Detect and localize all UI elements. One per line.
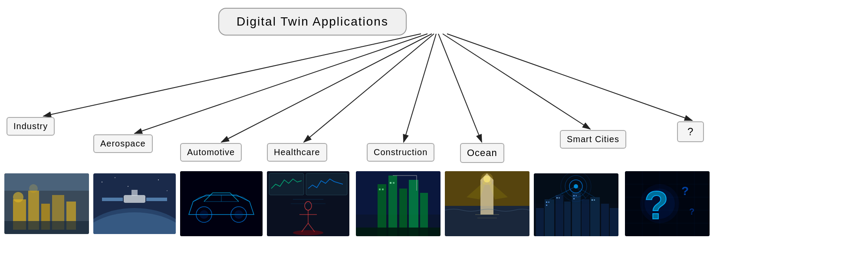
svg-rect-59 [393,182,395,184]
thumb-ocean [445,171,529,236]
svg-rect-18 [4,173,89,191]
svg-rect-82 [582,199,589,236]
branch-healthcare: Healthcare [267,143,327,162]
svg-point-37 [234,210,243,219]
thumb-aerospace [93,173,176,234]
central-node: Digital Twin Applications [218,8,407,36]
thumb-healthcare [267,171,349,236]
svg-line-3 [221,34,432,142]
branch-question: ? [677,121,704,142]
svg-rect-90 [559,197,560,198]
svg-rect-80 [564,202,571,236]
svg-point-20 [102,182,102,182]
svg-text:?: ? [644,184,668,227]
svg-rect-56 [379,189,381,190]
branch-ocean: Ocean [460,143,504,163]
svg-rect-88 [546,205,547,206]
svg-rect-84 [601,204,609,236]
svg-rect-39 [269,173,304,195]
svg-rect-58 [390,182,391,184]
svg-rect-92 [575,195,577,196]
svg-line-1 [43,34,421,116]
svg-rect-60 [356,228,441,236]
thumb-question: ? ? ? ? [625,171,710,236]
svg-rect-29 [146,198,167,201]
svg-rect-89 [556,197,558,198]
thumb-construction [356,171,441,236]
svg-rect-79 [556,195,563,236]
svg-point-36 [200,210,208,219]
branch-automotive: Automotive [180,143,242,162]
svg-line-4 [304,34,434,142]
svg-rect-93 [573,198,575,199]
svg-rect-52 [388,176,397,236]
diagram-container: Digital Twin Applications Industry Aeros… [0,0,868,257]
svg-rect-94 [592,199,593,201]
svg-rect-77 [536,208,544,236]
svg-text:?: ? [689,207,694,216]
svg-line-6 [438,34,482,142]
branch-construction: Construction [367,143,434,162]
svg-point-46 [293,230,323,235]
svg-line-5 [404,34,436,142]
svg-rect-87 [548,202,549,203]
branch-smartcities: Smart Cities [560,130,626,149]
svg-point-24 [167,190,168,191]
svg-rect-83 [590,197,600,236]
branch-industry: Industry [7,117,55,136]
svg-rect-27 [124,195,145,203]
thumb-automotive [180,171,263,236]
thumb-smartcities [534,173,618,236]
svg-rect-17 [4,221,89,234]
svg-line-7 [443,34,590,129]
svg-rect-28 [102,198,123,201]
svg-line-8 [447,34,692,120]
svg-line-2 [135,34,427,133]
svg-point-21 [115,177,115,178]
thumb-industry [4,173,89,234]
svg-rect-91 [573,195,575,196]
svg-rect-85 [610,208,618,236]
svg-rect-86 [546,202,547,203]
svg-point-22 [128,186,128,187]
svg-rect-30 [132,190,138,196]
svg-rect-95 [594,199,595,201]
branch-aerospace: Aerospace [93,134,153,153]
svg-rect-40 [306,173,347,195]
svg-point-15 [13,192,23,202]
svg-rect-57 [382,189,384,190]
svg-text:?: ? [681,184,689,198]
svg-point-23 [158,179,159,180]
